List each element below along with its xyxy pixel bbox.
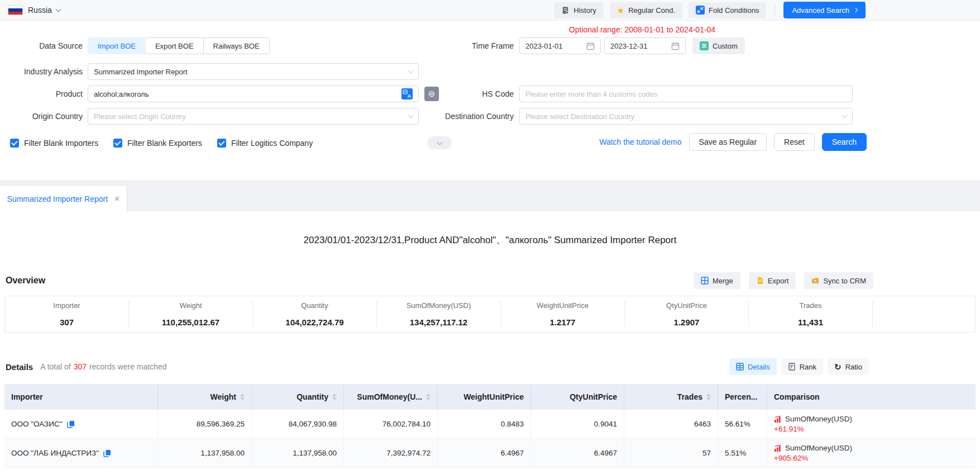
details-table-icon: [736, 363, 744, 371]
sort-icon[interactable]: [332, 394, 337, 400]
data-source-label: Data Source: [0, 37, 83, 54]
rank-list-icon: [788, 363, 796, 371]
cell-trades: 6463: [624, 410, 718, 438]
col-trades[interactable]: Trades: [624, 384, 718, 410]
checkbox-checked-icon[interactable]: [113, 139, 122, 148]
custom-icon: ⌘: [700, 41, 709, 50]
comparison-change: +61.91%: [774, 425, 804, 433]
origin-country-select[interactable]: Please select Origin Country: [88, 108, 419, 125]
col-percent: Percen...: [718, 384, 767, 410]
col-quantity[interactable]: Quantity: [252, 384, 344, 410]
overview-heading: Overview: [6, 276, 45, 286]
report-title: 2023/01/01-2023/12/31,Product AND"alcoho…: [0, 211, 980, 247]
tab-summarized-importer-report[interactable]: Summarized Importer Report ×: [0, 186, 127, 211]
sort-icon[interactable]: [706, 394, 711, 400]
sort-icon[interactable]: [426, 394, 431, 400]
chevron-down-icon: [408, 68, 414, 73]
sync-crm-icon: [811, 277, 819, 285]
date-from-input[interactable]: [519, 37, 601, 54]
checkbox-checked-icon[interactable]: [10, 139, 19, 148]
history-button[interactable]: History: [554, 2, 603, 18]
time-frame-label: Time Frame: [391, 37, 514, 54]
chevron-down-icon: [842, 112, 848, 118]
filter-logitics-company-checkbox[interactable]: Filter Logitics Company: [217, 139, 313, 148]
topbar: Russia History ★ Regular Cond. Fold Cond…: [0, 0, 980, 21]
checkbox-checked-icon[interactable]: [217, 139, 226, 148]
collapse-form-button[interactable]: [427, 136, 452, 149]
advanced-search-button[interactable]: Advanced Search: [783, 2, 866, 18]
chevron-down-icon[interactable]: [55, 7, 61, 12]
topbar-actions: History ★ Regular Cond. Fold Conditions …: [554, 2, 866, 18]
calendar-icon: [586, 42, 595, 50]
view-rank-button[interactable]: Rank: [781, 358, 823, 375]
view-switcher: Details Rank ↻ Ratio: [729, 358, 869, 375]
details-table: Importer Weight Quantity SumOfMoney(U...…: [4, 384, 976, 468]
col-qty-unit-price: QtyUnitPrice: [531, 384, 624, 410]
fold-icon: [696, 6, 705, 15]
product-value[interactable]: [94, 90, 401, 98]
view-ratio-button[interactable]: ↻ Ratio: [828, 358, 869, 375]
copy-icon[interactable]: [67, 420, 75, 428]
product-input[interactable]: A: [88, 86, 419, 102]
cell-percent: 56.61%: [718, 410, 767, 438]
date-from-value[interactable]: [525, 42, 586, 50]
col-importer: Importer: [4, 384, 158, 410]
result-tabstrip: Summarized Importer Report ×: [0, 181, 980, 211]
origin-country-label: Origin Country: [0, 108, 83, 125]
russia-flag-icon: [8, 5, 23, 15]
tab-railways-boe[interactable]: Railways BOE: [203, 37, 270, 54]
destination-country-label: Destination Country: [391, 108, 514, 125]
hs-code-value[interactable]: [525, 90, 847, 98]
merge-button[interactable]: Merge: [694, 272, 740, 289]
cell-weight-unit-price: 0.8483: [438, 410, 531, 438]
view-details-button[interactable]: Details: [729, 358, 777, 375]
filter-blank-exporters-checkbox[interactable]: Filter Blank Exporters: [113, 139, 202, 148]
col-comparison: Comparison: [767, 384, 976, 410]
history-icon: [561, 6, 570, 15]
sync-to-crm-button[interactable]: Sync to CRM: [804, 272, 873, 289]
date-to-input[interactable]: [604, 37, 686, 54]
save-as-regular-button[interactable]: Save as Regular: [689, 133, 767, 151]
search-button[interactable]: Search: [822, 133, 867, 151]
col-weight[interactable]: Weight: [158, 384, 252, 410]
overview-header: Overview Merge Export Sync to CRM: [6, 272, 873, 289]
cell-sum-of-money: 7,392,974.72: [344, 439, 438, 467]
sort-icon[interactable]: [240, 394, 245, 400]
country-selector-label[interactable]: Russia: [28, 6, 52, 15]
product-label: Product: [0, 86, 83, 102]
hs-code-input[interactable]: [519, 86, 853, 102]
fold-conditions-button[interactable]: Fold Conditions: [689, 2, 766, 18]
export-file-icon: [756, 277, 764, 285]
report-content: 2023/01/01-2023/12/31,Product AND"alcoho…: [0, 211, 980, 468]
details-heading: Details: [6, 362, 33, 372]
data-source-tabs: Import BOE Export BOE Railways BOE: [88, 37, 270, 54]
regular-cond-button[interactable]: ★ Regular Cond.: [610, 2, 682, 18]
cell-sum-of-money: 76,002,784.10: [344, 410, 438, 438]
custom-range-button[interactable]: ⌘ Custom: [692, 37, 745, 54]
tab-import-boe[interactable]: Import BOE: [88, 37, 146, 54]
stat-weight: Weight 110,255,012.67: [129, 301, 253, 327]
merge-grid-icon: [701, 277, 709, 285]
cell-trades: 57: [624, 439, 718, 467]
reset-button[interactable]: Reset: [774, 133, 815, 151]
table-header-row: Importer Weight Quantity SumOfMoney(U...…: [4, 384, 976, 410]
cell-weight: 89,596,369.25: [158, 410, 252, 438]
cell-comparison: SumOfMoney(USD) +905.62%: [767, 439, 976, 467]
divider: [775, 5, 775, 15]
tutorial-demo-link[interactable]: Watch the tutorial demo: [599, 138, 681, 146]
col-sum-of-money[interactable]: SumOfMoney(U...: [344, 384, 438, 410]
tab-export-boe[interactable]: Export BOE: [145, 37, 204, 54]
filter-checkboxes: Filter Blank Importers Filter Blank Expo…: [10, 135, 313, 151]
stat-trades: Trades 11,431: [749, 301, 873, 327]
close-icon[interactable]: ×: [114, 195, 119, 203]
stat-qty-unit-price: QtyUnitPrice 1.2907: [625, 301, 749, 327]
stat-sum-of-money: SumOfMoney(USD) 134,257,117.12: [377, 301, 501, 327]
stat-quantity: Quantity 104,022,724.79: [253, 301, 377, 327]
date-to-value[interactable]: [610, 42, 671, 50]
destination-country-select[interactable]: Please select Destination Country: [519, 108, 853, 125]
industry-analysis-select[interactable]: Summarized Importer Report: [88, 63, 419, 80]
trend-chart-icon: [774, 415, 782, 423]
export-button[interactable]: Export: [749, 272, 796, 289]
filter-blank-importers-checkbox[interactable]: Filter Blank Importers: [10, 139, 98, 148]
copy-icon[interactable]: [103, 449, 111, 457]
